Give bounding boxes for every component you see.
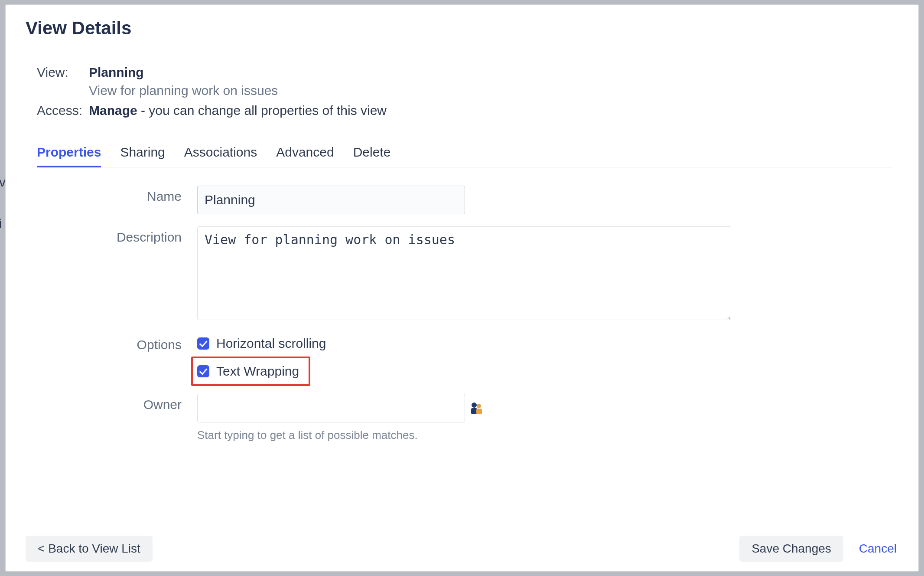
cancel-button[interactable]: Cancel: [857, 537, 898, 560]
label-description: Description: [37, 226, 197, 245]
back-to-view-list-button[interactable]: < Back to View List: [26, 536, 153, 562]
people-picker-icon[interactable]: [470, 401, 482, 415]
tab-advanced[interactable]: Advanced: [276, 141, 334, 167]
meta-view-name: Planning: [89, 63, 144, 82]
meta-access-suffix: - you can change all properties of this …: [137, 103, 387, 118]
modal-title: View Details: [26, 18, 898, 39]
modal-header: View Details: [6, 5, 918, 51]
svg-point-2: [477, 404, 481, 408]
modal-body[interactable]: View: Planning View for planning work on…: [6, 51, 918, 526]
checkbox-horizontal-scrolling[interactable]: Horizontal scrolling: [197, 334, 326, 353]
tab-properties[interactable]: Properties: [37, 141, 101, 167]
row-description: Description: [37, 226, 892, 322]
meta-access-label: Access:: [37, 101, 89, 120]
modal-footer: < Back to View List Save Changes Cancel: [6, 526, 918, 571]
meta-access-value: Manage: [89, 103, 137, 118]
svg-rect-3: [476, 409, 482, 414]
view-details-modal: View Details View: Planning View for pla…: [5, 4, 919, 572]
label-options: Options: [37, 334, 197, 352]
row-options: Options Horizontal scrolling Text Wrappi…: [37, 334, 892, 386]
checkbox-icon: [197, 337, 209, 350]
meta-view-label: View:: [37, 63, 89, 82]
meta-access-row: Access: Manage - you can change all prop…: [37, 101, 892, 120]
name-input[interactable]: [197, 186, 465, 214]
label-owner: Owner: [37, 394, 197, 412]
svg-rect-1: [471, 408, 477, 414]
checkbox-icon: [197, 365, 209, 377]
meta-view-row: View: Planning: [37, 63, 892, 82]
highlight-text-wrapping: Text Wrapping: [191, 357, 310, 386]
save-changes-button[interactable]: Save Changes: [739, 536, 843, 562]
description-textarea[interactable]: [197, 226, 731, 320]
row-name: Name: [37, 186, 892, 214]
row-owner: Owner Start typing to: [37, 394, 892, 442]
checkbox-label-hscroll: Horizontal scrolling: [216, 336, 326, 351]
checkbox-text-wrapping[interactable]: Text Wrapping: [197, 362, 299, 381]
checkbox-label-textwrap: Text Wrapping: [216, 364, 299, 379]
svg-point-0: [472, 403, 477, 408]
meta-view-description: View for planning work on issues: [89, 83, 892, 98]
owner-input[interactable]: [197, 394, 465, 422]
tabs: Properties Sharing Associations Advanced…: [37, 141, 892, 167]
tab-sharing[interactable]: Sharing: [120, 141, 165, 167]
label-name: Name: [37, 186, 197, 204]
owner-hint: Start typing to get a list of possible m…: [197, 429, 482, 442]
tab-associations[interactable]: Associations: [184, 141, 257, 167]
properties-form: Name Description Options Horizontal scro…: [37, 186, 892, 442]
tab-delete[interactable]: Delete: [353, 141, 391, 167]
